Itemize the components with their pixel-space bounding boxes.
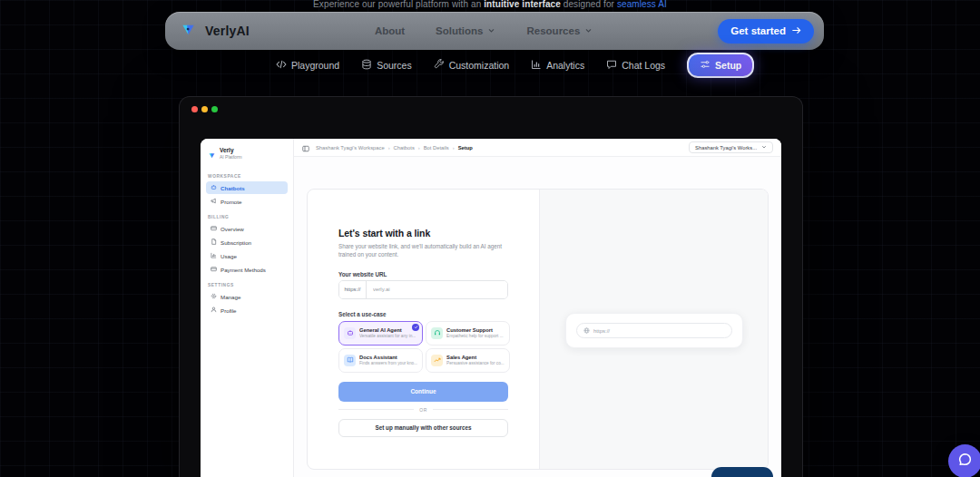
tab-setup[interactable]: Setup (687, 53, 754, 78)
sidebar-item-label: Promote (220, 199, 241, 205)
tab-sources[interactable]: Sources (361, 59, 412, 72)
feature-tabs: Playground Sources Customization Analyti… (276, 50, 754, 81)
usecase-description: Persuasive assistance for co... (446, 361, 505, 365)
brand-logo-icon (180, 21, 197, 41)
sidebar-item-label: Usage (220, 253, 237, 259)
app-window: Verly AI Platform WORKSPACE Chatbots Pro… (179, 96, 803, 477)
setup-form: Let's start with a link Share your websi… (308, 190, 539, 469)
continue-button[interactable]: Continue (338, 382, 508, 402)
breadcrumb-separator: › (453, 145, 455, 151)
website-url-input[interactable]: https:// (338, 280, 508, 299)
usecase-grid: General AI Agent Versatile assistant for… (338, 321, 508, 373)
megaphone-icon (211, 198, 217, 205)
sidebar-item-label: Overview (220, 226, 244, 232)
preview-url-bar[interactable]: https:// (576, 323, 732, 338)
usecase-description: Versatile assistant for any in... (359, 334, 416, 338)
tab-label: Sources (377, 60, 412, 71)
sidebar-item-chatbots[interactable]: Chatbots (206, 181, 288, 194)
credit-card-icon (211, 225, 217, 232)
zoom-window-button[interactable] (211, 106, 218, 112)
usecase-general-ai-agent[interactable]: General AI Agent Versatile assistant for… (338, 321, 423, 346)
sidebar-item-payment-methods[interactable]: Payment Methods (206, 263, 288, 276)
usecase-description: Empathetic help for support ... (446, 334, 504, 338)
chevron-down-icon (761, 144, 767, 151)
usecase-docs-assistant[interactable]: Docs Assistant Finds answers from your k… (338, 348, 423, 373)
minimize-window-button[interactable] (201, 106, 208, 112)
announcement-highlight: intuitive interface (484, 0, 561, 9)
usecase-title: General AI Agent (359, 327, 416, 333)
brand[interactable]: VerlyAI (180, 21, 250, 41)
announcement-bar: Experience our powerful platform with an… (0, 0, 980, 10)
credit-card-icon (211, 266, 217, 273)
usecase-label: Select a use-case (338, 311, 508, 317)
breadcrumb-chatbots[interactable]: Chatbots (394, 145, 415, 151)
breadcrumb-workspace[interactable]: Shashank Tyagi's Workspace (316, 145, 385, 151)
usecase-title: Sales Agent (446, 355, 505, 360)
app-logo-icon (208, 147, 216, 163)
usecase-title: Customer Support (446, 327, 504, 333)
app-main: Shashank Tyagi's Workspace › Chatbots › … (294, 139, 781, 477)
breadcrumb-setup: Setup (458, 145, 473, 151)
help-button[interactable] (711, 467, 773, 477)
tab-playground[interactable]: Playground (276, 59, 339, 72)
preview-pane: https:// (539, 190, 768, 469)
setup-subtitle: Share your website link, and we'll autom… (338, 242, 508, 259)
app-brand-name: Verly (220, 147, 242, 154)
or-divider: OR (338, 407, 508, 413)
code-icon (276, 59, 287, 72)
manual-setup-button[interactable]: Set up manually with other sources (338, 419, 508, 437)
workspace-selector[interactable]: Shashank Tyagi's Works... (689, 141, 773, 153)
breadcrumb-separator: › (418, 145, 420, 151)
breadcrumb-bot-details[interactable]: Bot Details (424, 145, 449, 151)
get-started-label: Get started (730, 25, 786, 36)
announcement-text: Experience our powerful platform with an (313, 0, 484, 9)
setup-card: Let's start with a link Share your websi… (307, 189, 769, 470)
breadcrumb-separator: › (388, 145, 390, 151)
nav-link-solutions[interactable]: Solutions (436, 25, 495, 36)
sidebar-item-manage[interactable]: Manage (206, 290, 288, 303)
window-titlebar (180, 97, 802, 122)
globe-icon (583, 327, 590, 335)
sidebar-item-label: Subscription (220, 239, 251, 246)
sidebar-item-profile[interactable]: Profile (206, 304, 288, 316)
wrench-icon (434, 59, 445, 72)
tab-analytics[interactable]: Analytics (531, 59, 584, 72)
sidebar-toggle-icon[interactable] (302, 140, 309, 156)
arrow-right-icon (791, 25, 801, 37)
workspace-selector-label: Shashank Tyagi's Works... (695, 145, 757, 151)
chevron-down-icon (584, 25, 593, 36)
sidebar-item-overview[interactable]: Overview (206, 222, 288, 235)
setup-content: Let's start with a link Share your websi… (294, 157, 781, 477)
chevron-down-icon (487, 25, 495, 36)
brand-name: VerlyAI (205, 24, 250, 38)
usecase-customer-support[interactable]: Customer Support Empathetic help for sup… (426, 321, 510, 346)
usecase-sales-agent[interactable]: Sales Agent Persuasive assistance for co… (426, 348, 510, 373)
chat-launcher-button[interactable] (948, 444, 980, 477)
nav-link-label: Solutions (436, 25, 483, 36)
sidebar-item-usage[interactable]: Usage (206, 249, 288, 262)
sidebar-item-subscription[interactable]: Subscription (206, 236, 288, 248)
url-value-field[interactable] (367, 281, 507, 298)
announcement-text: designed for (561, 0, 617, 9)
nav-link-resources[interactable]: Resources (526, 25, 593, 36)
bar-chart-icon (531, 59, 542, 72)
nav-link-label: Resources (526, 25, 580, 36)
sidebar-item-promote[interactable]: Promote (206, 195, 288, 208)
sidebar-item-label: Profile (220, 307, 237, 314)
sidebar-section-settings: SETTINGS (208, 283, 286, 287)
gear-icon (211, 293, 217, 300)
sidebar-section-workspace: WORKSPACE (208, 174, 286, 179)
nav-link-label: About (375, 25, 405, 36)
or-label: OR (419, 407, 427, 413)
close-window-button[interactable] (191, 106, 198, 112)
tab-label: Analytics (546, 60, 584, 71)
tab-customization[interactable]: Customization (434, 59, 510, 72)
sidebar-item-label: Chatbots (220, 185, 245, 191)
app-topbar: Shashank Tyagi's Workspace › Chatbots › … (294, 139, 781, 157)
get-started-button[interactable]: Get started (718, 19, 814, 44)
usecase-description: Finds answers from your kno... (359, 361, 417, 365)
nav-link-about[interactable]: About (375, 25, 405, 36)
chat-bubble-icon (606, 59, 617, 72)
announcement-link[interactable]: seamless AI (617, 0, 667, 9)
tab-chat-logs[interactable]: Chat Logs (606, 59, 665, 72)
